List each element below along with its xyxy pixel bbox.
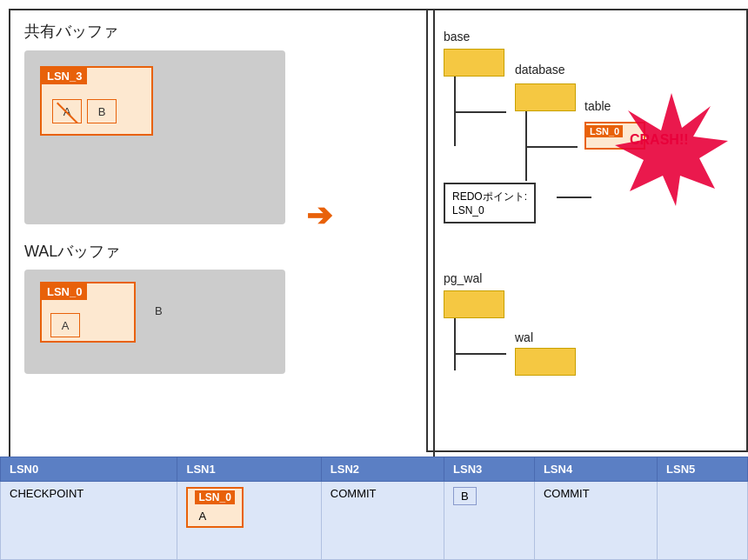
lsn1-a: A [195, 508, 234, 524]
cell-lsn1: LSN_0 A [177, 482, 321, 560]
redo-label: REDOポイント:LSN_0 [452, 190, 527, 217]
table-label: table [584, 99, 611, 113]
crash-label: CRASH!! [630, 132, 689, 148]
wal-b-label: B [155, 304, 163, 317]
wal-label: wal [515, 330, 533, 344]
header-lsn0: LSN0 [1, 457, 177, 482]
redo-box: REDOポイント:LSN_0 [444, 183, 536, 223]
crash-star: CRASH!! [611, 89, 732, 210]
base-box [444, 49, 504, 77]
cell-lsn5 [658, 482, 748, 560]
shared-buffer-page: LSN_3 A B [40, 66, 153, 136]
database-label: database [515, 63, 565, 77]
lsn-table: LSN0 LSN1 LSN2 LSN3 LSN4 LSN5 CHECKPOINT… [0, 457, 748, 560]
lsn0-text: CHECKPOINT [10, 487, 83, 500]
wal-buffer-box: LSN_0 A B [24, 270, 285, 374]
pgwal-label: pg_wal [444, 271, 482, 285]
pgwal-box [444, 290, 504, 318]
shared-buffer-label: 共有バッファ [24, 21, 118, 42]
base-hline [454, 111, 506, 113]
lsn1-tag: LSN_0 [195, 490, 234, 504]
pgwal-vline [454, 318, 456, 370]
svg-marker-0 [615, 93, 728, 206]
cell-lsn0: CHECKPOINT [1, 482, 177, 560]
cell-lsn2: COMMIT [321, 482, 444, 560]
database-box [515, 83, 576, 111]
redo-hline [557, 197, 591, 198]
lsn1-block: LSN_0 A [186, 487, 243, 528]
block-b: B [87, 99, 117, 123]
lsn2-text: COMMIT [331, 487, 377, 500]
wal-buffer-page: LSN_0 A [40, 282, 136, 343]
cell-lsn4: COMMIT [534, 482, 657, 560]
wal-box [515, 348, 576, 376]
wal-block-a: A [50, 313, 80, 337]
header-lsn4: LSN4 [534, 457, 657, 482]
arrow-to-tree: ➔ [306, 197, 332, 234]
db-hline [525, 146, 578, 148]
wal-buffer-label: WALバッファ [24, 241, 120, 262]
header-lsn2: LSN2 [321, 457, 444, 482]
header-lsn1: LSN1 [177, 457, 321, 482]
cell-lsn3: B [444, 482, 535, 560]
pgwal-hline [454, 353, 506, 355]
shared-buffer-box: LSN_3 A B [24, 50, 285, 224]
block-a: A [52, 99, 82, 123]
base-label: base [444, 30, 470, 43]
wal-buffer-lsn-tag: LSN_0 [42, 283, 87, 300]
header-lsn5: LSN5 [658, 457, 748, 482]
header-lsn3: LSN3 [444, 457, 535, 482]
shared-buffer-lsn-tag: LSN_3 [42, 68, 87, 84]
lsn3-b: B [453, 487, 477, 505]
lsn4-text: COMMIT [544, 487, 590, 500]
right-panel: base database table LSN_0 REDOポイント:LSN_0… [426, 9, 748, 452]
